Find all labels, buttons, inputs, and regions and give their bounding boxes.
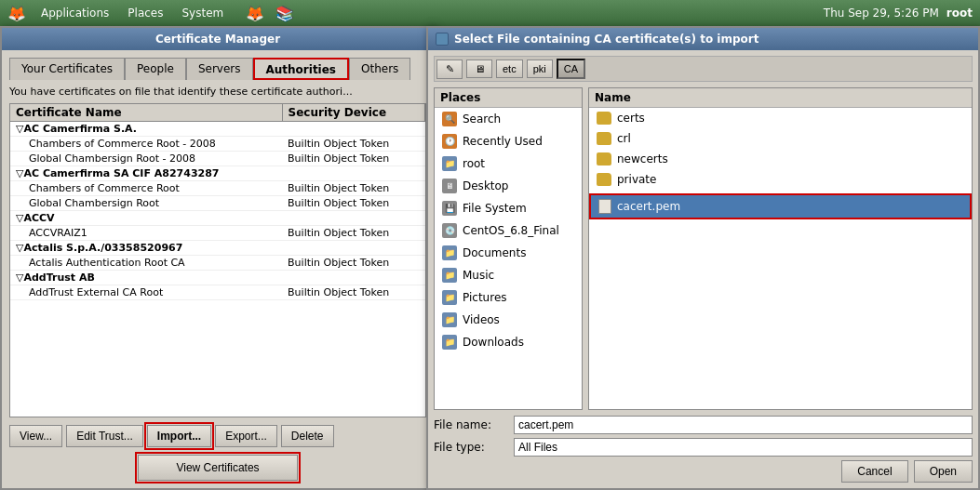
cert-group-device bbox=[282, 241, 424, 256]
table-row: Chambers of Commerce Root Builtin Object… bbox=[10, 181, 425, 196]
place-search[interactable]: 🔍 Search bbox=[435, 108, 582, 130]
view-button[interactable]: View... bbox=[9, 425, 62, 447]
view-certificates-button[interactable]: View Certificates bbox=[138, 455, 297, 481]
fd-cancel-button[interactable]: Cancel bbox=[841, 460, 907, 483]
fd-filename-input[interactable] bbox=[514, 416, 973, 434]
table-row: Global Chambersign Root Builtin Object T… bbox=[10, 196, 425, 211]
place-recently-label: Recently Used bbox=[463, 135, 543, 148]
cert-device: Builtin Object Token bbox=[282, 181, 424, 196]
fd-files-panel: Name certs crl newcerts private bbox=[588, 87, 973, 410]
fd-places-header: Places bbox=[435, 88, 582, 108]
tab-people[interactable]: People bbox=[125, 58, 186, 80]
place-centos[interactable]: 💿 CentOS_6.8_Final bbox=[435, 219, 582, 242]
cert-description: You have certificates on file that ident… bbox=[9, 86, 426, 98]
col-header-name: Certificate Name bbox=[10, 104, 282, 122]
cert-manager-tabs: Your Certificates People Servers Authori… bbox=[9, 58, 426, 80]
minimize-button[interactable] bbox=[436, 33, 449, 46]
fd-places-panel: Places 🔍 Search 🕐 Recently Used 📁 root 🖥… bbox=[434, 87, 583, 410]
tab-authorities[interactable]: Authorities bbox=[253, 58, 350, 80]
clock-icon: 🕐 bbox=[442, 134, 457, 149]
place-root[interactable]: 📁 root bbox=[435, 152, 582, 175]
file-label: certs bbox=[617, 112, 645, 125]
file-dialog-content: ✎ 🖥 etc pki CA Places 🔍 Search 🕐 Recentl… bbox=[428, 50, 978, 488]
tab-others[interactable]: Others bbox=[349, 58, 410, 80]
fd-toolbar: ✎ 🖥 etc pki CA bbox=[434, 56, 973, 82]
fd-files-header: Name bbox=[589, 88, 972, 108]
cert-name: Global Chambersign Root bbox=[10, 196, 282, 211]
place-documents-label: Documents bbox=[463, 246, 526, 259]
cert-name: ACCVRAIZ1 bbox=[10, 226, 282, 241]
file-dialog-titlebar: Select File containing CA certificate(s)… bbox=[428, 28, 978, 50]
place-pictures-label: Pictures bbox=[463, 291, 507, 304]
export-button[interactable]: Export... bbox=[215, 425, 277, 447]
place-documents[interactable]: 📁 Documents bbox=[435, 242, 582, 264]
music-folder-icon: 📁 bbox=[442, 268, 457, 283]
place-desktop[interactable]: 🖥 Desktop bbox=[435, 175, 582, 197]
taskbar-right: Thu Sep 29, 5:26 PM root bbox=[824, 7, 973, 20]
cert-group-name: ▽AC Camerfirma SA CIF A82743287 bbox=[10, 166, 282, 181]
table-row: Actalis Authentication Root CA Builtin O… bbox=[10, 256, 425, 271]
cert-device: Builtin Object Token bbox=[282, 152, 424, 166]
place-search-label: Search bbox=[463, 113, 501, 126]
file-item-certs[interactable]: certs bbox=[589, 108, 972, 128]
cert-name: Global Chambersign Root - 2008 bbox=[10, 152, 282, 166]
place-videos[interactable]: 📁 Videos bbox=[435, 309, 582, 331]
table-row: ACCVRAIZ1 Builtin Object Token bbox=[10, 226, 425, 241]
place-filesystem-label: File System bbox=[463, 202, 527, 215]
place-recently-used[interactable]: 🕐 Recently Used bbox=[435, 130, 582, 152]
col-header-device: Security Device bbox=[282, 104, 424, 122]
tab-servers[interactable]: Servers bbox=[186, 58, 253, 80]
place-pictures[interactable]: 📁 Pictures bbox=[435, 286, 582, 309]
fd-tool-edit[interactable]: ✎ bbox=[436, 60, 463, 79]
import-button[interactable]: Import... bbox=[147, 425, 211, 447]
cert-device: Builtin Object Token bbox=[282, 226, 424, 241]
taskbar-applications[interactable]: Applications bbox=[37, 5, 113, 21]
drive-icon: 💾 bbox=[442, 201, 457, 216]
file-item-private[interactable]: private bbox=[589, 169, 972, 190]
file-label: private bbox=[617, 173, 656, 186]
fd-dialog-buttons: Cancel Open bbox=[434, 460, 973, 483]
delete-button[interactable]: Delete bbox=[281, 425, 334, 447]
cert-device: Builtin Object Token bbox=[282, 285, 424, 300]
cert-group-device bbox=[282, 122, 424, 137]
file-item-cacert[interactable]: cacert.pem bbox=[589, 193, 972, 219]
file-item-newcerts[interactable]: newcerts bbox=[589, 149, 972, 169]
folder-icon bbox=[597, 132, 611, 145]
cert-name: AddTrust External CA Root bbox=[10, 285, 282, 300]
fd-tool-ca[interactable]: CA bbox=[557, 59, 585, 79]
tab-your-certificates[interactable]: Your Certificates bbox=[9, 58, 125, 80]
table-row: ▽Actalis S.p.A./03358520967 bbox=[10, 241, 425, 256]
cert-manager-content: Your Certificates People Servers Authori… bbox=[2, 50, 434, 488]
videos-folder-icon: 📁 bbox=[442, 312, 457, 327]
bookmarks-icon: 📚 bbox=[275, 5, 294, 22]
edit-trust-button[interactable]: Edit Trust... bbox=[66, 425, 143, 447]
place-filesystem[interactable]: 💾 File System bbox=[435, 197, 582, 219]
fd-main-area: Places 🔍 Search 🕐 Recently Used 📁 root 🖥… bbox=[434, 87, 973, 410]
table-row: Chambers of Commerce Root - 2008 Builtin… bbox=[10, 137, 425, 152]
place-music[interactable]: 📁 Music bbox=[435, 264, 582, 286]
folder-icon bbox=[597, 173, 611, 186]
place-music-label: Music bbox=[463, 269, 494, 282]
cert-group-device bbox=[282, 211, 424, 226]
fd-tool-etc[interactable]: etc bbox=[496, 60, 523, 78]
table-row: ▽AC Camerfirma S.A. bbox=[10, 122, 425, 137]
fd-tool-computer[interactable]: 🖥 bbox=[466, 60, 492, 78]
cert-device: Builtin Object Token bbox=[282, 256, 424, 271]
fd-filename-row: File name: bbox=[434, 416, 973, 434]
cert-group-device bbox=[282, 271, 424, 285]
file-label: crl bbox=[617, 132, 631, 145]
fd-tool-pki[interactable]: pki bbox=[527, 60, 553, 78]
cert-group-name: ▽Actalis S.p.A./03358520967 bbox=[10, 241, 282, 256]
fd-filetype-input[interactable] bbox=[514, 438, 973, 457]
file-item-crl[interactable]: crl bbox=[589, 128, 972, 149]
place-downloads[interactable]: 📁 Downloads bbox=[435, 331, 582, 353]
cert-manager-window: Certificate Manager Your Certificates Pe… bbox=[0, 26, 436, 490]
taskbar-system[interactable]: System bbox=[178, 5, 227, 21]
table-row: Global Chambersign Root - 2008 Builtin O… bbox=[10, 152, 425, 166]
taskbar: 🦊 Applications Places System 🦊 📚 Thu Sep… bbox=[0, 0, 980, 26]
cert-device: Builtin Object Token bbox=[282, 137, 424, 152]
fd-open-button[interactable]: Open bbox=[914, 460, 973, 483]
view-certificates-row: View Certificates bbox=[9, 455, 426, 481]
taskbar-places[interactable]: Places bbox=[124, 5, 167, 21]
table-row: ▽AddTrust AB bbox=[10, 271, 425, 285]
